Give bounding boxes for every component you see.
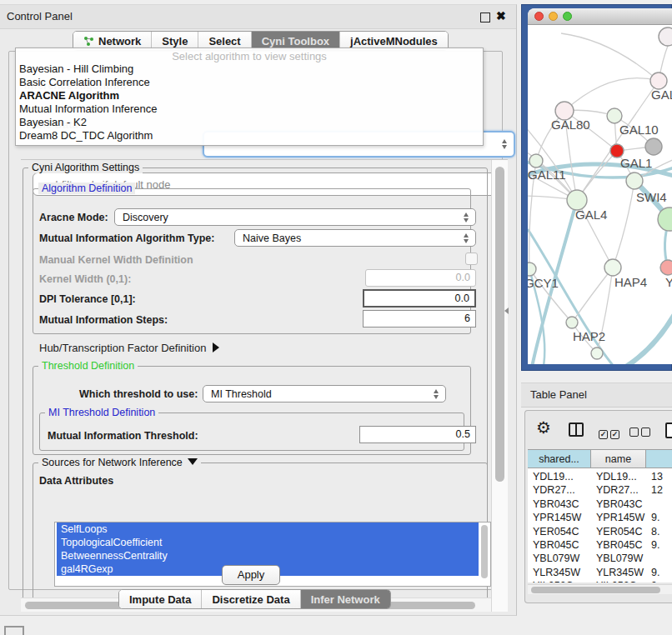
table-cell[interactable]: YPR145W <box>596 512 644 523</box>
table-cell[interactable]: YDL19... <box>533 471 574 482</box>
node-label: GAL2 <box>651 88 672 102</box>
network-edge[interactable] <box>572 268 613 322</box>
splitter-collapse-icon[interactable] <box>504 308 509 314</box>
kernel-width-field[interactable]: 0.0 <box>365 269 476 287</box>
node-label: SWI4 <box>636 190 667 204</box>
table-cell[interactable]: 8. <box>651 526 659 538</box>
table-cell[interactable]: YBR045C <box>596 539 643 551</box>
settings-gear-icon[interactable]: ⚙ <box>536 418 551 438</box>
column-header-name[interactable]: name <box>591 449 646 468</box>
column-header-shared[interactable]: shared... <box>528 449 591 468</box>
scrollbar-thumb[interactable] <box>495 167 504 482</box>
which-threshold-combo[interactable]: MI Threshold <box>203 385 446 402</box>
node-label: GAL80 <box>551 118 590 132</box>
aracne-mode-combo[interactable]: Discovery <box>114 208 476 226</box>
hub-definition-toggle[interactable]: Hub/Transcription Factor Definition <box>39 342 219 354</box>
node-label: HAP4 <box>614 275 647 289</box>
float-window-icon[interactable] <box>480 12 490 22</box>
algorithm-option[interactable]: Bayesian - K2 <box>16 116 483 129</box>
attribute-list-item[interactable]: SelfLoops <box>57 522 479 536</box>
control-panel-header: Control Panel ✖ <box>0 5 516 29</box>
network-node-gal11[interactable] <box>529 154 543 168</box>
scrollbar-thumb[interactable] <box>531 587 660 593</box>
select-all-icon[interactable]: ✓✓ <box>599 425 622 440</box>
table-cell[interactable]: YER054C <box>596 526 643 538</box>
network-edge[interactable] <box>613 181 634 268</box>
tab-label: jActiveMNodules <box>350 35 438 48</box>
tab-impute-data[interactable]: Impute Data <box>119 590 202 608</box>
apply-button[interactable]: Apply <box>222 565 280 585</box>
table-cell[interactable]: YBL079W <box>596 552 643 564</box>
table-cell[interactable]: YBR043C <box>533 498 579 510</box>
table-cell[interactable]: YLR345W <box>533 567 580 578</box>
network-canvas[interactable]: GAL2GAL80GAL10GAL1GAL11SWI4GAL4GCY1HAP4Y… <box>528 25 672 364</box>
chevron-right-icon <box>213 342 219 352</box>
table-cell[interactable]: YBR045C <box>533 539 579 551</box>
table-cell[interactable]: YBR043C <box>596 498 643 510</box>
table-cell[interactable]: YDR27... <box>533 484 575 496</box>
algorithm-option[interactable]: ARACNE Algorithm <box>16 89 483 102</box>
network-node-hap4[interactable] <box>604 259 621 276</box>
empty-box-icon <box>641 428 650 437</box>
table-cell[interactable]: YPR145W <box>533 512 581 523</box>
network-node-swi4[interactable] <box>626 172 643 189</box>
algorithm-option[interactable]: Dream8 DC_TDC Algorithm <box>16 129 483 142</box>
network-node-gcy1[interactable] <box>528 262 536 276</box>
network-node[interactable] <box>659 28 672 46</box>
table-cell[interactable]: YDR27... <box>596 484 639 496</box>
zoom-traffic-light-icon[interactable] <box>563 12 572 21</box>
split-columns-icon[interactable] <box>569 422 584 437</box>
manual-kernel-width-checkbox[interactable] <box>465 252 478 265</box>
vertical-scrollbar[interactable] <box>491 160 508 612</box>
attribute-list-item[interactable]: TopologicalCoefficient <box>57 536 479 549</box>
close-icon[interactable]: ✖ <box>496 9 506 22</box>
algorithm-option[interactable]: Mutual Information Inference <box>16 102 483 116</box>
attribute-list-item[interactable]: BetweennessCentrality <box>57 549 479 562</box>
network-window-titlebar[interactable] <box>528 8 672 25</box>
new-column-icon[interactable] <box>665 422 672 438</box>
network-node-y[interactable] <box>660 260 672 275</box>
stepper-icon <box>434 389 439 399</box>
network-edge[interactable] <box>564 78 659 111</box>
network-window[interactable]: GAL2GAL80GAL10GAL1GAL11SWI4GAL4GCY1HAP4Y… <box>528 8 672 364</box>
column-header-2[interactable] <box>646 449 672 468</box>
algorithm-option[interactable]: Basic Correlation Inference <box>16 76 483 89</box>
bottom-tabs: Impute DataDiscretize DataInfer Network <box>118 589 391 609</box>
table-cell[interactable]: 12 <box>651 484 663 496</box>
mi-steps-field[interactable]: 6 <box>363 310 476 328</box>
table-cell[interactable]: 9. <box>651 580 659 582</box>
network-node[interactable] <box>645 138 662 155</box>
network-edge[interactable] <box>528 229 615 364</box>
table-cell[interactable]: YER054C <box>533 526 579 538</box>
network-node[interactable] <box>591 348 603 359</box>
table-cell[interactable]: YIL052C <box>533 580 574 582</box>
tab-infer-network[interactable]: Infer Network <box>301 590 390 608</box>
minimize-traffic-light-icon[interactable] <box>549 12 558 21</box>
table-cell[interactable]: YDL19... <box>596 471 637 482</box>
mi-threshold-field[interactable]: 0.5 <box>359 426 476 443</box>
network-edge[interactable] <box>561 33 659 81</box>
sources-toggle[interactable]: Sources for Network Inference <box>38 457 201 468</box>
table-cell[interactable]: YBL079W <box>533 552 579 564</box>
algorithm-option[interactable]: Bayesian - Hill Climbing <box>16 62 483 76</box>
table-cell[interactable]: YIL052C <box>596 580 637 582</box>
network-view-frame: GAL2GAL80GAL10GAL1GAL11SWI4GAL4GCY1HAP4Y… <box>521 4 672 371</box>
select-none-icon[interactable] <box>629 425 653 440</box>
table-horizontal-scrollbar[interactable] <box>528 584 672 594</box>
tab-discretize-data[interactable]: Discretize Data <box>202 590 300 608</box>
table-cell[interactable]: 9. <box>651 567 659 578</box>
node-attribute-table[interactable]: shared...nameYDL19...YDL19...13YDR27...Y… <box>528 449 672 582</box>
network-node-gal10[interactable] <box>607 108 622 123</box>
dpi-tolerance-field[interactable]: 0.0 <box>363 289 476 308</box>
docked-panel-icon[interactable] <box>4 626 24 635</box>
network-node-hap2[interactable] <box>566 317 578 328</box>
table-cell[interactable]: 9. <box>651 539 659 551</box>
table-cell[interactable]: YLR345W <box>596 567 644 578</box>
mi-algorithm-type-combo[interactable]: Naive Bayes <box>234 229 476 247</box>
network-node-gal2[interactable] <box>650 72 667 89</box>
table-cell[interactable]: 9. <box>651 512 659 523</box>
close-traffic-light-icon[interactable] <box>534 12 544 21</box>
list-scrollbar[interactable] <box>481 525 488 578</box>
node-label: GCY1 <box>528 276 559 290</box>
table-cell[interactable]: 13 <box>651 471 663 482</box>
